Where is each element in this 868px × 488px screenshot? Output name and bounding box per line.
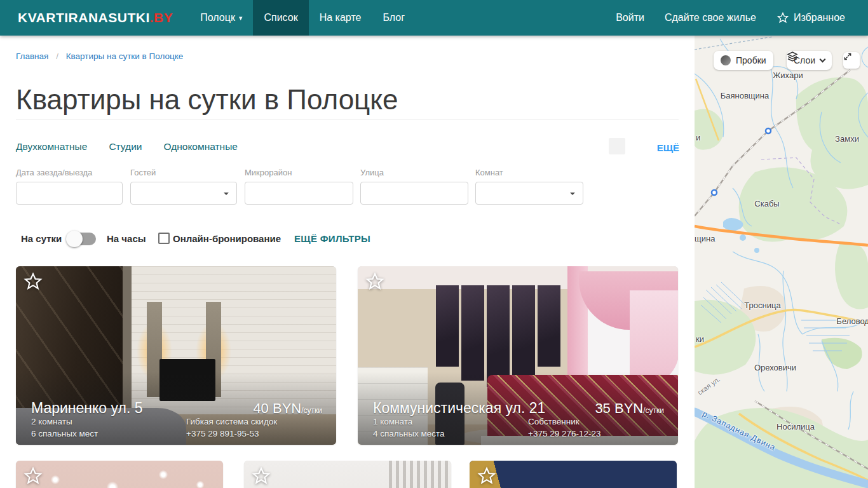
map-label-zamkhi: Замхи <box>835 134 859 144</box>
rooms-label: Комнат <box>475 168 583 177</box>
station-marker <box>712 190 717 195</box>
favorite-star-icon[interactable] <box>365 271 385 292</box>
main-nav: Полоцк ▾ Список На карте Блог <box>189 0 416 36</box>
breadcrumb: Главная / Квартиры на сутки в Полоцке <box>16 51 183 61</box>
listing-rooms: 2 комнаты <box>31 417 72 426</box>
login-link[interactable]: Войти <box>606 12 654 24</box>
listing-note: Собственник <box>528 417 580 426</box>
listing-title: Мариненко ул. 5 <box>31 400 143 417</box>
more-categories-link[interactable]: ЕЩЁ <box>657 142 679 153</box>
fullscreen-button[interactable] <box>843 52 860 69</box>
favorites-label: Избранное <box>794 12 845 24</box>
nav-city-dropdown[interactable]: Полоцк ▾ <box>189 0 253 36</box>
listing-price: 40 BYN/сутки <box>253 400 322 417</box>
map-label-zhikhari: Жихари <box>773 71 803 80</box>
favorites-link[interactable]: Избранное <box>766 11 855 24</box>
guests-select[interactable] <box>130 182 237 205</box>
traffic-button[interactable]: Пробки <box>714 51 773 70</box>
traffic-label: Пробки <box>736 55 766 65</box>
listing-rooms: 1 комната <box>373 417 412 426</box>
breadcrumb-current[interactable]: Квартиры на сутки в Полоцке <box>66 51 184 61</box>
map-label-partial-i: и <box>696 133 700 142</box>
map-label-bayanovshchina: Баяновщина <box>721 91 769 100</box>
listing-phone: +375 29 276-12-23 <box>528 429 600 438</box>
listing-card-partial[interactable] <box>16 461 223 488</box>
nav-city-label: Полоцк <box>200 12 235 24</box>
street-field-group: Улица <box>360 168 468 205</box>
category-studio[interactable]: Студии <box>109 141 142 152</box>
listing-photo <box>16 461 223 488</box>
map-label-orekhovichi: Ореховичи <box>754 363 796 372</box>
district-input[interactable] <box>245 182 353 205</box>
nav-list-tab[interactable]: Список <box>253 0 308 36</box>
breadcrumb-separator: / <box>56 51 58 61</box>
listing-price: 35 BYN/сутки <box>595 400 664 417</box>
street-label: Улица <box>360 168 468 177</box>
listing-photo <box>470 461 677 488</box>
caret-down-icon: ▾ <box>239 14 243 22</box>
street-input[interactable] <box>360 182 468 205</box>
date-field-group: Дата заезда/выезда <box>16 168 123 205</box>
listing-beds: 4 спальных места <box>373 429 444 438</box>
logo[interactable]: KVARTIRANASUTKI.BY <box>0 0 189 36</box>
title-divider <box>16 119 679 119</box>
map-panel[interactable]: Жихари Баяновщина Замхи Скабы Тросница Б… <box>695 36 868 488</box>
favorite-star-icon[interactable] <box>251 466 271 486</box>
rooms-select[interactable] <box>475 182 583 205</box>
map-label-partial-shchina: щина <box>695 234 715 243</box>
listing-card[interactable]: Коммунистическая ул. 21 1 комната 4 спал… <box>358 266 678 445</box>
nav-blog-tab[interactable]: Блог <box>372 0 416 36</box>
toggle-knob <box>66 231 83 247</box>
map-label-skaby: Скабы <box>754 199 779 208</box>
layers-button[interactable]: Слои <box>787 51 832 70</box>
station-marker <box>766 128 771 133</box>
mode-daily-label: На сутки <box>21 233 62 244</box>
category-links: Двухкомнатные Студии Однокомнатные <box>16 141 238 152</box>
page-title: Квартиры на сутки в Полоцке <box>16 84 398 116</box>
fullscreen-icon <box>843 52 852 61</box>
listing-phone: +375 29 891-95-53 <box>186 429 259 438</box>
date-input[interactable] <box>16 182 123 205</box>
online-booking-checkbox[interactable] <box>158 233 170 244</box>
listing-photo <box>244 461 451 488</box>
date-label: Дата заезда/выезда <box>16 168 123 177</box>
logo-main: KVARTIRANASUTKI <box>18 10 150 25</box>
map-label-nosilitsa: Носилица <box>776 422 815 431</box>
category-one-room[interactable]: Однокомнатные <box>163 141 237 152</box>
listing-card-partial[interactable] <box>244 461 451 488</box>
loading-placeholder <box>609 138 625 154</box>
map-label-belovodka: Беловодк <box>836 316 868 326</box>
rooms-field-group: Комнат <box>475 168 583 205</box>
mode-hourly-label: На часы <box>107 233 146 244</box>
favorite-star-icon[interactable] <box>477 466 497 486</box>
guests-label: Гостей <box>130 168 237 177</box>
app-header: KVARTIRANASUTKI.BY Полоцк ▾ Список На ка… <box>0 0 868 36</box>
guests-field-group: Гостей <box>130 168 237 205</box>
favorite-star-icon[interactable] <box>23 466 43 486</box>
map-label-partial-ki: ки <box>696 334 704 344</box>
submit-listing-link[interactable]: Сдайте свое жилье <box>654 12 766 24</box>
more-filters-link[interactable]: ЕЩЁ ФИЛЬТРЫ <box>294 233 370 244</box>
listing-card-partial[interactable] <box>470 461 677 488</box>
header-actions: Войти Сдайте свое жилье Избранное <box>606 0 868 36</box>
listings-panel: Главная / Квартиры на сутки в Полоцке Кв… <box>0 36 695 488</box>
traffic-icon <box>721 55 731 65</box>
listing-title: Коммунистическая ул. 21 <box>373 400 545 417</box>
listing-beds: 6 спальных мест <box>31 429 98 438</box>
daily-hourly-toggle[interactable] <box>67 233 96 245</box>
district-label: Микрорайон <box>245 168 353 177</box>
category-two-room[interactable]: Двухкомнатные <box>16 141 87 152</box>
breadcrumb-home[interactable]: Главная <box>16 51 48 61</box>
layers-icon <box>787 51 798 62</box>
district-field-group: Микрорайон <box>245 168 353 205</box>
chevron-down-icon <box>820 56 826 62</box>
star-icon <box>776 11 789 24</box>
listing-card[interactable]: Мариненко ул. 5 2 комнаты 6 спальных мес… <box>16 266 336 445</box>
nav-map-tab[interactable]: На карте <box>309 0 372 36</box>
map-label-trosnitsa: Тросница <box>744 301 780 310</box>
listing-note: Гибкая система скидок <box>186 417 277 426</box>
logo-tld: .BY <box>150 10 173 25</box>
favorite-star-icon[interactable] <box>23 271 43 292</box>
online-booking-label: Онлайн-бронирование <box>173 233 281 244</box>
